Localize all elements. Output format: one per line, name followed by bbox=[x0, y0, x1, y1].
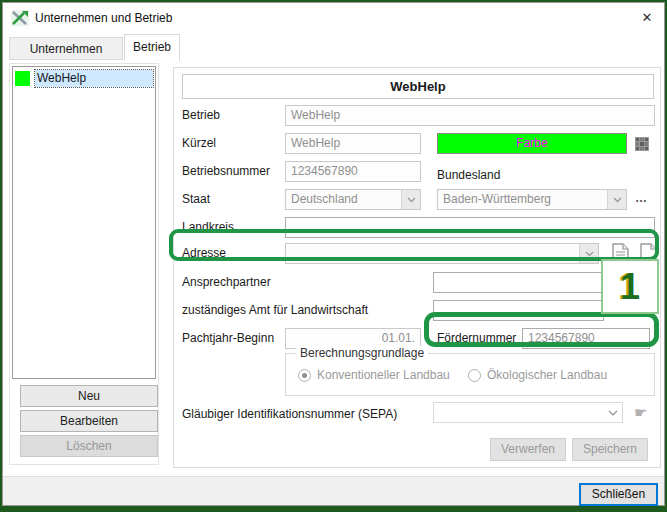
sepa-label: Gläubiger Identifikationsnummer (SEPA) bbox=[182, 404, 397, 425]
staat-value: Deutschland bbox=[286, 190, 401, 209]
window-title: Unternehmen und Betrieb bbox=[35, 11, 172, 25]
bundesland-label: Bundesland bbox=[437, 165, 500, 186]
neu-button[interactable]: Neu bbox=[20, 385, 158, 407]
betriebsnummer-label: Betriebsnummer bbox=[182, 161, 270, 182]
amt-label: zuständiges Amt für Landwirtschaft bbox=[182, 300, 368, 321]
radio-icon bbox=[298, 369, 311, 382]
ansprechpartner-label: Ansprechpartner bbox=[182, 272, 271, 293]
foerdernummer-label: Fördernummer bbox=[437, 328, 516, 349]
betriebsnummer-field[interactable]: 1234567890 bbox=[285, 161, 421, 182]
annotation-step-1: 1 bbox=[601, 259, 659, 314]
ansprechpartner-field[interactable] bbox=[433, 272, 604, 293]
radio-icon bbox=[468, 369, 481, 382]
app-icon bbox=[11, 10, 29, 26]
betrieb-form: WebHelp Betrieb WebHelp Kürzel WebHelp F… bbox=[173, 67, 661, 468]
chevron-down-icon bbox=[579, 244, 598, 263]
radio-label: Ökologischer Landbau bbox=[487, 368, 607, 382]
landkreis-field[interactable] bbox=[285, 217, 655, 238]
schliessen-button[interactable]: Schließen bbox=[579, 483, 658, 506]
form-header: WebHelp bbox=[182, 74, 654, 99]
sepa-select[interactable] bbox=[433, 402, 623, 423]
radio-oekologischer-landbau: Ökologischer Landbau bbox=[468, 368, 607, 382]
betrieb-field[interactable]: WebHelp bbox=[285, 105, 655, 126]
dialog-footer: Schließen bbox=[3, 476, 664, 505]
radio-konventioneller-landbau: Konventioneller Landbau bbox=[298, 368, 450, 382]
chevron-down-icon bbox=[401, 190, 420, 209]
list-item-label: WebHelp bbox=[35, 70, 153, 87]
adresse-select bbox=[285, 243, 599, 264]
berechnungsgrundlage-legend: Berechnungsgrundlage bbox=[296, 346, 428, 360]
farbe-button[interactable]: Farbe bbox=[437, 133, 627, 154]
speichern-button: Speichern bbox=[572, 438, 648, 461]
bearbeiten-button[interactable]: Bearbeiten bbox=[20, 410, 158, 432]
close-icon[interactable]: ✕ bbox=[633, 7, 661, 29]
kuerzel-field[interactable]: WebHelp bbox=[285, 133, 421, 154]
list-item[interactable]: WebHelp bbox=[15, 69, 153, 88]
landkreis-label: Landkreis bbox=[182, 217, 234, 238]
chevron-down-icon bbox=[607, 190, 626, 209]
color-swatch bbox=[15, 71, 30, 86]
chevron-down-icon bbox=[603, 403, 622, 422]
adresse-label: Adresse bbox=[182, 238, 226, 259]
tab-betrieb[interactable]: Betrieb bbox=[124, 34, 180, 61]
betrieb-list-panel: WebHelp Neu Bearbeiten Löschen bbox=[9, 63, 159, 465]
annotation-number: 1 bbox=[603, 261, 657, 312]
betrieb-label: Betrieb bbox=[182, 105, 220, 126]
berechnungsgrundlage-group: Berechnungsgrundlage Konventioneller Lan… bbox=[285, 353, 655, 396]
bundesland-value: Baden-Württemberg bbox=[438, 190, 607, 209]
foerdernummer-field[interactable]: 1234567890 bbox=[522, 328, 650, 349]
staat-label: Staat bbox=[182, 189, 210, 210]
betrieb-listbox[interactable]: WebHelp bbox=[12, 66, 156, 379]
radio-label: Konventioneller Landbau bbox=[317, 368, 450, 382]
verwerfen-button: Verwerfen bbox=[490, 438, 566, 461]
pointing-hand-icon: ☛ bbox=[634, 403, 647, 423]
pachtjahr-label: Pachtjahr-Beginn bbox=[182, 328, 274, 349]
color-palette-icon[interactable] bbox=[635, 137, 649, 151]
amt-field[interactable] bbox=[433, 300, 604, 321]
unternehmen-und-betrieb-dialog: Unternehmen und Betrieb ✕ Unternehmen Be… bbox=[2, 2, 665, 506]
title-bar: Unternehmen und Betrieb ✕ bbox=[3, 3, 664, 33]
kuerzel-label: Kürzel bbox=[182, 133, 216, 154]
tab-unternehmen[interactable]: Unternehmen bbox=[9, 37, 123, 60]
bundesland-select: Baden-Württemberg bbox=[437, 189, 627, 210]
more-options-button[interactable]: … bbox=[635, 191, 648, 205]
staat-select: Deutschland bbox=[285, 189, 421, 210]
loeschen-button: Löschen bbox=[20, 435, 158, 457]
